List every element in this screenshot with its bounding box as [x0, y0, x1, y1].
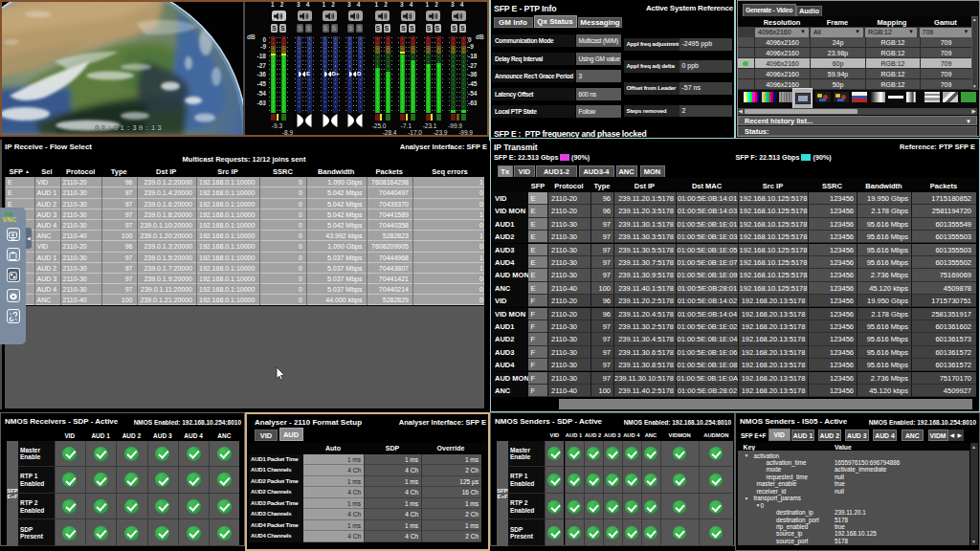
svg-text:00:01:30:13: 00:01:30:13	[95, 124, 164, 132]
